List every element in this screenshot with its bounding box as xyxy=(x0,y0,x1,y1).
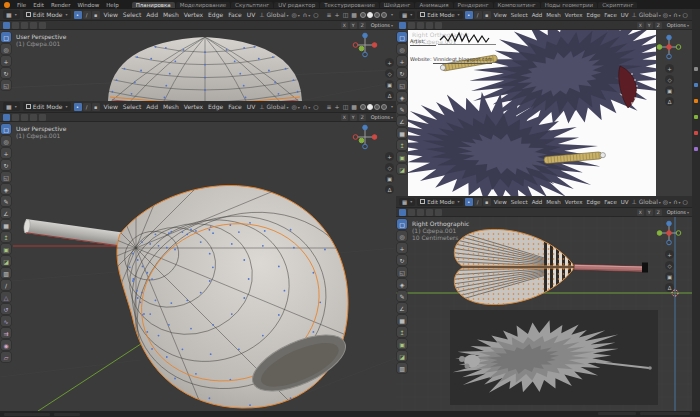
tab-rendering[interactable]: Рендеринг xyxy=(454,2,493,8)
gizmos-icon[interactable]: + xyxy=(335,11,340,18)
tab-compositing[interactable]: Композитинг xyxy=(494,2,540,8)
tool-annotate-icon[interactable]: ✎ xyxy=(1,196,11,206)
tool-extrude-region-icon[interactable]: ↥ xyxy=(397,140,407,150)
options-dropdown[interactable]: Options▾ xyxy=(371,22,393,28)
select-subtract-icon[interactable] xyxy=(30,22,37,29)
menu-window[interactable]: Window xyxy=(77,2,99,8)
tab-animation[interactable]: Анимация xyxy=(415,2,452,8)
tab-scripting[interactable]: Скриптинг xyxy=(598,2,637,8)
tool-annotate-icon[interactable]: ✎ xyxy=(397,291,407,301)
tool-select-box-icon[interactable]: ▢ xyxy=(1,32,11,42)
visibility-icon[interactable]: ≡ xyxy=(327,103,332,110)
snap-magnet-icon[interactable]: ∩▾ xyxy=(673,11,680,18)
perspective-toggle-icon[interactable]: ∆ xyxy=(385,185,394,194)
tab-sculpting[interactable]: Скульптинг xyxy=(231,2,273,8)
properties-tab-tool-icon[interactable] xyxy=(694,67,698,71)
tool-transform-icon[interactable]: ◈ xyxy=(1,184,11,194)
tab-uv-editing[interactable]: UV редактор xyxy=(274,2,319,8)
tool-poly-build-icon[interactable]: △ xyxy=(1,292,11,302)
edge-select-icon[interactable]: / xyxy=(83,11,91,19)
active-tool-icon[interactable] xyxy=(3,114,10,121)
properties-tab-object-icon[interactable] xyxy=(694,99,698,103)
tool-scale-icon[interactable]: ◱ xyxy=(1,172,11,182)
editor-type-icon[interactable]: ▦▾ xyxy=(3,102,20,111)
mode-dropdown[interactable]: Edit Mode▾ xyxy=(23,10,71,19)
properties-tab-render-icon[interactable] xyxy=(694,83,698,87)
face-select-icon[interactable]: ▪ xyxy=(92,103,100,111)
menu-vertex[interactable]: Vertex xyxy=(183,11,204,18)
select-subtract-icon[interactable] xyxy=(30,114,37,121)
menu-mesh[interactable]: Mesh xyxy=(545,199,561,205)
navigation-gizmo[interactable] xyxy=(656,220,682,246)
navigation-gizmo[interactable] xyxy=(352,124,378,150)
tool-rotate-icon[interactable]: ↻ xyxy=(397,255,407,265)
orientation-dropdown[interactable]: ⊥ Global▾ xyxy=(632,11,661,18)
menu-face[interactable]: Face xyxy=(227,11,243,18)
select-subtract-icon[interactable] xyxy=(426,209,433,216)
vertex-select-icon[interactable]: • xyxy=(465,198,473,206)
xray-icon[interactable]: ▩ xyxy=(351,103,357,110)
tool-cursor-icon[interactable]: ◎ xyxy=(397,231,407,241)
editor-type-icon[interactable]: ▦▾ xyxy=(399,11,415,19)
tool-annotate-icon[interactable]: ✎ xyxy=(397,104,407,114)
properties-tab-data-icon[interactable] xyxy=(694,147,698,151)
perspective-toggle-icon[interactable]: ∆ xyxy=(385,91,394,100)
menu-view[interactable]: View xyxy=(493,199,508,205)
menu-add[interactable]: Add xyxy=(145,103,159,110)
zoom-icon[interactable]: + xyxy=(665,64,674,73)
active-tool-icon[interactable] xyxy=(399,209,406,216)
material-shading-icon[interactable] xyxy=(374,12,380,18)
select-subtract-icon[interactable] xyxy=(426,22,433,29)
mirror-y-toggle[interactable]: Y xyxy=(646,209,653,216)
tab-layout[interactable]: Планировка xyxy=(132,2,175,8)
select-intersect-icon[interactable] xyxy=(39,22,46,29)
viewport-top-right[interactable]: ▢◎+↻◱◈✎∠▦↥▣◪ Right Orthographic (1) Сфер… xyxy=(396,30,692,196)
wireframe-shading-icon[interactable] xyxy=(360,104,366,110)
vertex-select-icon[interactable]: • xyxy=(465,11,473,19)
menu-add[interactable]: Add xyxy=(145,11,159,18)
tool-add-cube-icon[interactable]: ▦ xyxy=(397,128,407,138)
pan-icon[interactable]: ◇ xyxy=(385,163,394,172)
face-select-icon[interactable]: ▪ xyxy=(483,11,491,19)
proportional-edit-icon[interactable]: ○ xyxy=(313,103,318,110)
menu-view[interactable]: View xyxy=(493,12,508,18)
menu-uv[interactable]: UV xyxy=(246,103,257,110)
viewport-bottom-right[interactable]: ▢◎+↻◱◈✎∠▦↥▣◪▥ Right Orthographic (1) Сфе… xyxy=(396,217,692,411)
menu-vertex[interactable]: Vertex xyxy=(564,199,584,205)
tool-measure-icon[interactable]: ∠ xyxy=(397,116,407,126)
menu-edge[interactable]: Edge xyxy=(207,11,224,18)
tool-select-box-icon[interactable]: ▢ xyxy=(1,124,11,134)
tab-shading[interactable]: Шейдинг xyxy=(380,2,415,8)
edge-select-icon[interactable]: / xyxy=(83,103,91,111)
tool-shrink-fatten-icon[interactable]: ◉ xyxy=(1,340,11,350)
menu-uv[interactable]: UV xyxy=(620,199,630,205)
select-new-icon[interactable] xyxy=(12,114,19,121)
menu-select[interactable]: Select xyxy=(510,12,529,18)
mode-dropdown[interactable]: Edit Mode▾ xyxy=(23,102,71,111)
select-new-icon[interactable] xyxy=(12,22,19,29)
perspective-toggle-icon[interactable]: ∆ xyxy=(665,97,674,106)
tool-add-cube-icon[interactable]: ▦ xyxy=(1,220,11,230)
menu-uv[interactable]: UV xyxy=(620,12,630,18)
face-select-icon[interactable]: ▪ xyxy=(483,198,491,206)
overlays-icon[interactable]: ◫ xyxy=(343,103,349,110)
tool-move-icon[interactable]: + xyxy=(1,56,11,66)
menu-select[interactable]: Select xyxy=(510,199,529,205)
tab-geometry-nodes[interactable]: Ноды геометрии xyxy=(541,2,597,8)
rendered-shading-icon[interactable] xyxy=(381,104,387,110)
camera-view-icon[interactable]: ▣ xyxy=(665,272,674,281)
tool-inset-faces-icon[interactable]: ▣ xyxy=(1,244,11,254)
tool-extrude-region-icon[interactable]: ↥ xyxy=(397,327,407,337)
editor-type-icon[interactable]: ▦▾ xyxy=(3,10,20,19)
pivot-point-icon[interactable]: ◎▾ xyxy=(292,103,300,110)
xray-icon[interactable]: ▩ xyxy=(351,11,357,18)
website-url[interactable]: Vinnidegt.blogspot.com xyxy=(433,56,492,64)
mirror-x-toggle[interactable]: X xyxy=(637,22,644,29)
pivot-point-icon[interactable]: ◎▾ xyxy=(663,198,671,205)
menu-add[interactable]: Add xyxy=(531,12,544,18)
tool-spin-icon[interactable]: ↺ xyxy=(1,304,11,314)
orientation-dropdown[interactable]: ⊥ Global▾ xyxy=(259,11,288,18)
solid-shading-icon[interactable] xyxy=(367,12,373,18)
tool-bevel-icon[interactable]: ◪ xyxy=(397,164,407,174)
tool-cursor-icon[interactable]: ◎ xyxy=(397,44,407,54)
